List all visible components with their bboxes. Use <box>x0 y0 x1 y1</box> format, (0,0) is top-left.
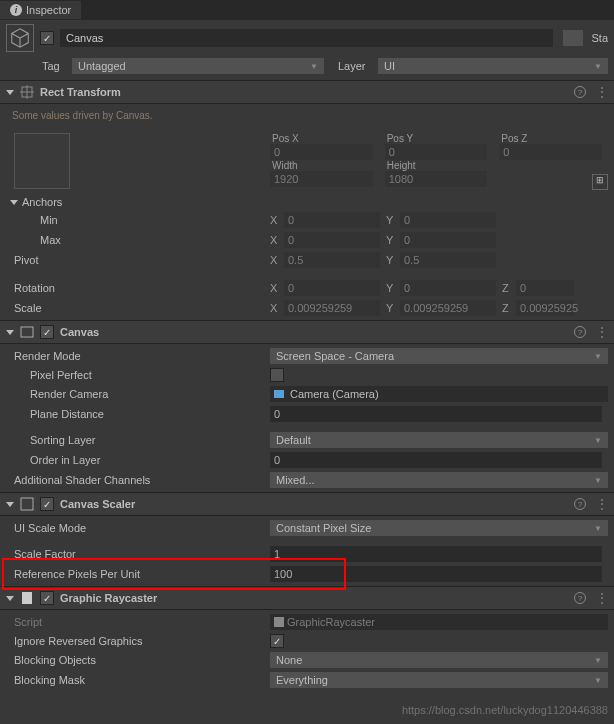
order-in-layer-field[interactable]: 0 <box>270 452 602 468</box>
plane-distance-label: Plane Distance <box>6 408 270 420</box>
script-field: GraphicRaycaster <box>270 614 608 630</box>
order-in-layer-label: Order in Layer <box>6 454 270 466</box>
blocking-mask-label: Blocking Mask <box>6 674 270 686</box>
static-button[interactable] <box>563 30 583 46</box>
help-icon[interactable]: ? <box>574 86 586 98</box>
inspector-tab[interactable]: i Inspector <box>0 1 81 19</box>
scale-factor-field[interactable]: 1 <box>270 546 602 562</box>
menu-icon[interactable]: ⋮ <box>596 591 608 605</box>
driven-note: Some values driven by Canvas. <box>0 104 614 127</box>
rect-transform-icon <box>20 85 34 99</box>
rppu-field[interactable]: 100 <box>270 566 602 582</box>
info-icon: i <box>10 4 22 16</box>
render-mode-dropdown[interactable]: Screen Space - Camera▼ <box>270 348 608 364</box>
ignore-reversed-checkbox[interactable] <box>270 634 284 648</box>
anchors-min-label: Min <box>6 214 270 226</box>
help-icon[interactable]: ? <box>574 498 586 510</box>
anchor-max-x[interactable]: 0 <box>284 232 380 248</box>
canvas-icon <box>20 325 34 339</box>
ui-scale-mode-label: UI Scale Mode <box>6 522 270 534</box>
pivot-label: Pivot <box>6 254 270 266</box>
menu-icon[interactable]: ⋮ <box>596 85 608 99</box>
anchor-min-y[interactable]: 0 <box>400 212 496 228</box>
anchor-max-y[interactable]: 0 <box>400 232 496 248</box>
rppu-label: Reference Pixels Per Unit <box>6 568 270 580</box>
render-mode-label: Render Mode <box>6 350 270 362</box>
ignore-reversed-label: Ignore Reversed Graphics <box>6 635 270 647</box>
sorting-layer-dropdown[interactable]: Default▼ <box>270 432 608 448</box>
name-input[interactable]: Canvas <box>60 29 553 47</box>
svg-rect-3 <box>22 592 32 604</box>
posx-field[interactable]: 0 <box>270 144 373 160</box>
ui-scale-mode-dropdown[interactable]: Constant Pixel Size▼ <box>270 520 608 536</box>
scale-y[interactable]: 0.009259259 <box>400 300 496 316</box>
tab-title: Inspector <box>26 4 71 16</box>
component-title: Canvas <box>60 326 568 338</box>
width-field[interactable]: 1920 <box>270 171 373 187</box>
scale-factor-label: Scale Factor <box>6 548 270 560</box>
enabled-checkbox[interactable] <box>40 31 54 45</box>
pixel-perfect-checkbox[interactable] <box>270 368 284 382</box>
tag-dropdown[interactable]: Untagged▼ <box>72 58 324 74</box>
tag-label: Tag <box>42 60 68 72</box>
anchor-min-x[interactable]: 0 <box>284 212 380 228</box>
anchors-max-label: Max <box>6 234 270 246</box>
layer-label: Layer <box>338 60 374 72</box>
help-icon[interactable]: ? <box>574 592 586 604</box>
svg-rect-1 <box>21 327 33 337</box>
menu-icon[interactable]: ⋮ <box>596 325 608 339</box>
height-field[interactable]: 1080 <box>385 171 488 187</box>
canvas-scaler-enabled-checkbox[interactable] <box>40 497 54 511</box>
anchor-preset-thumb[interactable] <box>14 133 70 189</box>
scale-label: Scale <box>6 302 270 314</box>
foldout-icon[interactable] <box>6 502 14 507</box>
blocking-mask-dropdown[interactable]: Everything▼ <box>270 672 608 688</box>
menu-icon[interactable]: ⋮ <box>596 497 608 511</box>
sorting-layer-label: Sorting Layer <box>6 434 270 446</box>
posy-field[interactable]: 0 <box>385 144 488 160</box>
gameobject-icon[interactable] <box>6 24 34 52</box>
posz-field[interactable]: 0 <box>499 144 602 160</box>
pixel-perfect-label: Pixel Perfect <box>6 369 270 381</box>
layer-dropdown[interactable]: UI▼ <box>378 58 608 74</box>
watermark-text: https://blog.csdn.net/luckydog1120446388 <box>402 704 608 716</box>
rotation-label: Rotation <box>6 282 270 294</box>
component-title: Graphic Raycaster <box>60 592 568 604</box>
anchors-foldout[interactable]: Anchors <box>0 194 614 210</box>
svg-rect-2 <box>21 498 33 510</box>
canvas-scaler-header[interactable]: Canvas Scaler ? ⋮ <box>0 492 614 516</box>
foldout-icon <box>10 200 18 205</box>
additional-shader-label: Additional Shader Channels <box>6 474 270 486</box>
pivot-y[interactable]: 0.5 <box>400 252 496 268</box>
camera-icon <box>274 390 284 398</box>
script-icon <box>20 591 34 605</box>
canvas-scaler-icon <box>20 497 34 511</box>
rot-y[interactable]: 0 <box>400 280 496 296</box>
blocking-objects-label: Blocking Objects <box>6 654 270 666</box>
graphic-raycaster-header[interactable]: Graphic Raycaster ? ⋮ <box>0 586 614 610</box>
foldout-icon[interactable] <box>6 330 14 335</box>
component-title: Rect Transform <box>40 86 568 98</box>
additional-shader-dropdown[interactable]: Mixed...▼ <box>270 472 608 488</box>
rot-z[interactable]: 0 <box>516 280 574 296</box>
render-camera-label: Render Camera <box>6 388 270 400</box>
scale-x[interactable]: 0.009259259 <box>284 300 380 316</box>
render-camera-field[interactable]: Camera (Camera) <box>270 386 608 402</box>
script-label: Script <box>6 616 270 628</box>
canvas-enabled-checkbox[interactable] <box>40 325 54 339</box>
static-label: Sta <box>591 32 608 44</box>
blocking-objects-dropdown[interactable]: None▼ <box>270 652 608 668</box>
scale-z[interactable]: 0.00925925 <box>516 300 574 316</box>
help-icon[interactable]: ? <box>574 326 586 338</box>
pivot-x[interactable]: 0.5 <box>284 252 380 268</box>
component-title: Canvas Scaler <box>60 498 568 510</box>
plane-distance-field[interactable]: 0 <box>270 406 602 422</box>
script-file-icon <box>274 617 284 627</box>
blueprint-mode-icon[interactable]: ⊞ <box>592 174 608 190</box>
foldout-icon[interactable] <box>6 90 14 95</box>
canvas-header[interactable]: Canvas ? ⋮ <box>0 320 614 344</box>
foldout-icon[interactable] <box>6 596 14 601</box>
graphic-raycaster-enabled-checkbox[interactable] <box>40 591 54 605</box>
rect-transform-header[interactable]: Rect Transform ? ⋮ <box>0 80 614 104</box>
rot-x[interactable]: 0 <box>284 280 380 296</box>
